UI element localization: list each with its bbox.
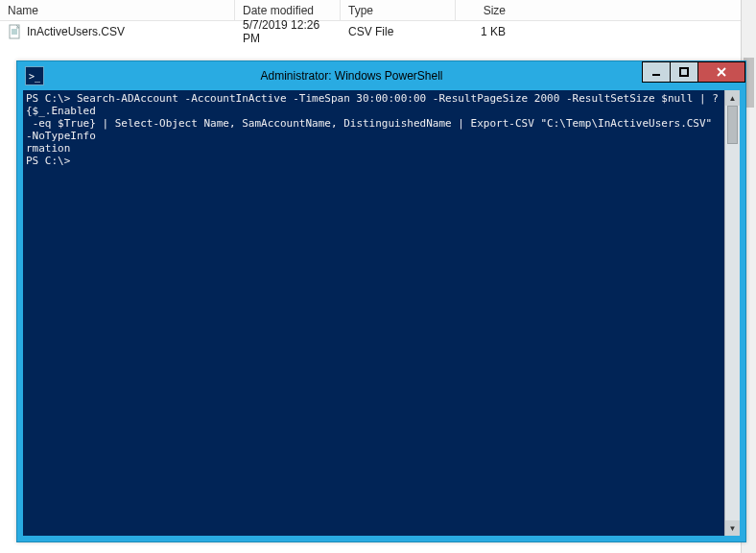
close-button[interactable] — [697, 61, 745, 83]
file-explorer: Name Date modified Type Size InActiveUse… — [0, 0, 756, 60]
column-header-type[interactable]: Type — [341, 0, 456, 20]
column-header-name[interactable]: Name — [0, 0, 235, 20]
console-output[interactable]: PS C:\> Search-ADAccount -AccountInActiv… — [23, 90, 724, 536]
minimize-button[interactable] — [642, 61, 671, 83]
file-name: InActiveUsers.CSV — [27, 25, 125, 38]
csv-file-icon — [8, 24, 23, 39]
powershell-window: >_ Administrator: Windows PowerShell PS … — [16, 60, 746, 542]
svg-rect-5 — [680, 68, 688, 76]
titlebar[interactable]: >_ Administrator: Windows PowerShell — [17, 61, 745, 90]
explorer-header: Name Date modified Type Size — [0, 0, 756, 21]
file-size: 1 KB — [456, 21, 513, 42]
minimize-icon — [651, 67, 661, 77]
column-header-size[interactable]: Size — [456, 0, 513, 20]
file-row[interactable]: InActiveUsers.CSV 5/7/2019 12:26 PM CSV … — [0, 21, 756, 42]
file-type: CSV File — [341, 21, 456, 42]
window-title: Administrator: Windows PowerShell — [44, 69, 745, 83]
file-date: 5/7/2019 12:26 PM — [235, 21, 341, 42]
maximize-button[interactable] — [670, 61, 698, 83]
console-scrollbar[interactable]: ▲ ▼ — [724, 90, 740, 536]
scroll-up-button[interactable]: ▲ — [725, 90, 740, 106]
console-area: PS C:\> Search-ADAccount -AccountInActiv… — [23, 90, 740, 536]
scrollbar-thumb[interactable] — [727, 106, 738, 144]
scroll-down-button[interactable]: ▼ — [725, 520, 740, 536]
powershell-icon: >_ — [25, 66, 44, 85]
maximize-icon — [679, 67, 689, 77]
window-controls — [643, 61, 745, 83]
close-icon — [716, 66, 727, 78]
column-header-date[interactable]: Date modified — [235, 0, 341, 20]
